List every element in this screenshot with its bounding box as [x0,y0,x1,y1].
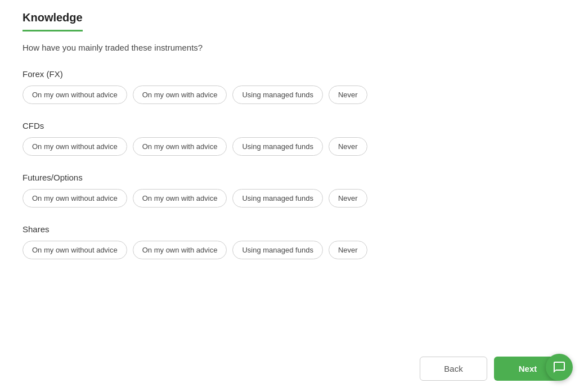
option-shares-managed[interactable]: Using managed funds [232,241,322,259]
instruments-container: Forex (FX)On my own without adviceOn my … [23,69,540,259]
chat-icon [552,361,566,374]
option-shares-no-advice[interactable]: On my own without advice [23,241,127,259]
section-title: Knowledge [23,11,83,31]
options-row-futures: On my own without adviceOn my own with a… [23,189,540,208]
option-futures-never[interactable]: Never [329,189,367,208]
option-shares-with-advice[interactable]: On my own with advice [133,241,227,259]
option-forex-managed[interactable]: Using managed funds [232,85,322,104]
option-futures-no-advice[interactable]: On my own without advice [23,189,127,208]
main-content: Knowledge How have you mainly traded the… [0,0,563,392]
page-container: Knowledge How have you mainly traded the… [0,0,584,392]
options-row-cfds: On my own without adviceOn my own with a… [23,137,540,156]
instrument-group-shares: SharesOn my own without adviceOn my own … [23,224,540,259]
option-cfds-never[interactable]: Never [329,137,367,156]
option-forex-with-advice[interactable]: On my own with advice [133,85,227,104]
options-row-forex: On my own without adviceOn my own with a… [23,85,540,104]
option-forex-no-advice[interactable]: On my own without advice [23,85,127,104]
option-futures-managed[interactable]: Using managed funds [232,189,322,208]
option-shares-never[interactable]: Never [329,241,367,259]
option-cfds-with-advice[interactable]: On my own with advice [133,137,227,156]
instrument-label-cfds: CFDs [23,121,540,130]
question-text: How have you mainly traded these instrum… [23,43,540,52]
instrument-group-forex: Forex (FX)On my own without adviceOn my … [23,69,540,104]
back-button[interactable]: Back [420,357,487,381]
option-cfds-no-advice[interactable]: On my own without advice [23,137,127,156]
chat-bubble[interactable] [546,354,573,381]
option-cfds-managed[interactable]: Using managed funds [232,137,322,156]
instrument-label-futures: Futures/Options [23,173,540,182]
footer-buttons: Back Next [420,357,561,381]
option-futures-with-advice[interactable]: On my own with advice [133,189,227,208]
instrument-group-futures: Futures/OptionsOn my own without adviceO… [23,173,540,208]
instrument-group-cfds: CFDsOn my own without adviceOn my own wi… [23,121,540,156]
options-row-shares: On my own without adviceOn my own with a… [23,241,540,259]
instrument-label-shares: Shares [23,224,540,234]
instrument-label-forex: Forex (FX) [23,69,540,79]
option-forex-never[interactable]: Never [329,85,367,104]
